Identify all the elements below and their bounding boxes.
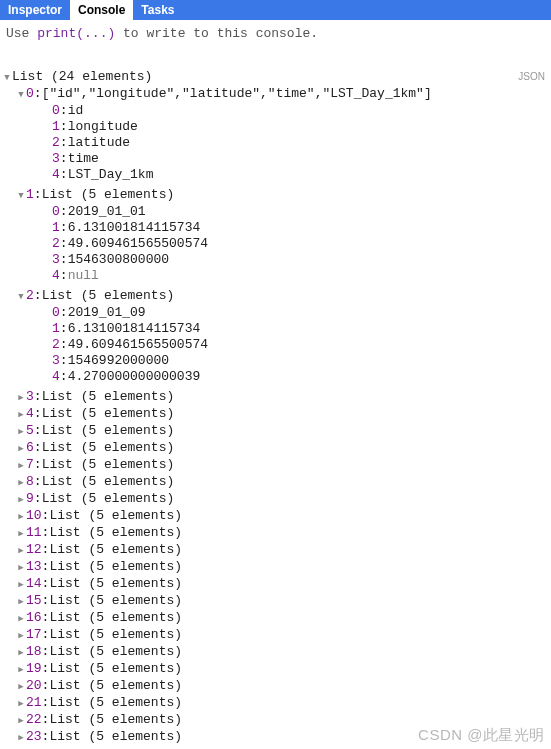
list-item[interactable]: ▶13: List (5 elements) bbox=[2, 559, 549, 576]
list-item[interactable]: ▶5: List (5 elements) bbox=[2, 423, 549, 440]
chevron-right-icon[interactable]: ▶ bbox=[16, 560, 26, 576]
list-item[interactable]: ▶10: List (5 elements) bbox=[2, 508, 549, 525]
list-item[interactable]: ▶19: List (5 elements) bbox=[2, 661, 549, 678]
chevron-right-icon[interactable]: ▶ bbox=[16, 611, 26, 627]
child-value: 49.609461565500574 bbox=[68, 337, 208, 353]
child-value: 1546300800000 bbox=[68, 252, 169, 268]
child-value: 4.270000000000039 bbox=[68, 369, 201, 385]
list-item: 4: null bbox=[2, 268, 549, 284]
item-key: 13 bbox=[26, 559, 42, 575]
child-key: 1 bbox=[52, 119, 60, 135]
child-value: longitude bbox=[68, 119, 138, 135]
item-key: 16 bbox=[26, 610, 42, 626]
list-item[interactable]: ▶4: List (5 elements) bbox=[2, 406, 549, 423]
item-header: List (5 elements) bbox=[49, 559, 182, 575]
item-header: List (5 elements) bbox=[49, 729, 182, 745]
chevron-right-icon[interactable]: ▶ bbox=[16, 577, 26, 593]
tab-console[interactable]: Console bbox=[70, 0, 133, 20]
chevron-right-icon[interactable]: ▶ bbox=[16, 526, 26, 542]
item-header: List (5 elements) bbox=[42, 491, 175, 507]
item-key: 20 bbox=[26, 678, 42, 694]
chevron-right-icon[interactable]: ▶ bbox=[16, 407, 26, 423]
child-key: 3 bbox=[52, 353, 60, 369]
child-key: 1 bbox=[52, 220, 60, 236]
item-header: List (5 elements) bbox=[42, 474, 175, 490]
json-badge[interactable]: JSON bbox=[518, 69, 545, 85]
child-key: 4 bbox=[52, 268, 60, 284]
list-item[interactable]: ▶20: List (5 elements) bbox=[2, 678, 549, 695]
list-item[interactable]: ▶17: List (5 elements) bbox=[2, 627, 549, 644]
tab-tasks[interactable]: Tasks bbox=[133, 0, 182, 20]
chevron-right-icon[interactable]: ▶ bbox=[16, 492, 26, 508]
item-header: List (5 elements) bbox=[49, 678, 182, 694]
list-item[interactable]: ▶8: List (5 elements) bbox=[2, 474, 549, 491]
chevron-down-icon[interactable]: ▼ bbox=[16, 289, 26, 305]
item-key: 8 bbox=[26, 474, 34, 490]
chevron-right-icon[interactable]: ▶ bbox=[16, 679, 26, 695]
item-header: List (5 elements) bbox=[42, 423, 175, 439]
item-header: List (5 elements) bbox=[42, 406, 175, 422]
list-item: 4: LST_Day_1km bbox=[2, 167, 549, 183]
list-item[interactable]: ▶21: List (5 elements) bbox=[2, 695, 549, 712]
chevron-right-icon[interactable]: ▶ bbox=[16, 475, 26, 491]
console-output: ▼ List (24 elements) JSON ▼ 0: ["id","lo… bbox=[0, 65, 551, 749]
chevron-right-icon[interactable]: ▶ bbox=[16, 543, 26, 559]
chevron-right-icon[interactable]: ▶ bbox=[16, 441, 26, 457]
chevron-right-icon[interactable]: ▶ bbox=[16, 424, 26, 440]
watermark: CSDN @此星光明 bbox=[418, 726, 545, 745]
child-key: 3 bbox=[52, 252, 60, 268]
list-item[interactable]: ▶9: List (5 elements) bbox=[2, 491, 549, 508]
chevron-right-icon[interactable]: ▶ bbox=[16, 509, 26, 525]
chevron-down-icon[interactable]: ▼ bbox=[16, 188, 26, 204]
list-item[interactable]: ▼ 0: ["id","longitude","latitude","time"… bbox=[2, 86, 549, 103]
chevron-down-icon[interactable]: ▼ bbox=[2, 70, 12, 86]
list-item: 0: id bbox=[2, 103, 549, 119]
child-key: 2 bbox=[52, 337, 60, 353]
chevron-right-icon[interactable]: ▶ bbox=[16, 713, 26, 729]
item-header: List (5 elements) bbox=[49, 576, 182, 592]
chevron-right-icon[interactable]: ▶ bbox=[16, 628, 26, 644]
chevron-right-icon[interactable]: ▶ bbox=[16, 645, 26, 661]
list-item[interactable]: ▶14: List (5 elements) bbox=[2, 576, 549, 593]
chevron-right-icon[interactable]: ▶ bbox=[16, 730, 26, 746]
list-item[interactable]: ▼ 1: List (5 elements) bbox=[2, 187, 549, 204]
list-item: 2: 49.609461565500574 bbox=[2, 236, 549, 252]
chevron-right-icon[interactable]: ▶ bbox=[16, 458, 26, 474]
item-key: 22 bbox=[26, 712, 42, 728]
chevron-right-icon[interactable]: ▶ bbox=[16, 594, 26, 610]
child-value: null bbox=[68, 268, 99, 284]
list-item[interactable]: ▶16: List (5 elements) bbox=[2, 610, 549, 627]
tab-inspector[interactable]: Inspector bbox=[0, 0, 70, 20]
item-key: 7 bbox=[26, 457, 34, 473]
root-row[interactable]: ▼ List (24 elements) JSON bbox=[2, 69, 549, 86]
item-key: 9 bbox=[26, 491, 34, 507]
child-key: 0 bbox=[52, 103, 60, 119]
item-header: List (5 elements) bbox=[49, 525, 182, 541]
list-item: 2: latitude bbox=[2, 135, 549, 151]
list-item[interactable]: ▶7: List (5 elements) bbox=[2, 457, 549, 474]
item-header: List (5 elements) bbox=[49, 661, 182, 677]
child-key: 4 bbox=[52, 167, 60, 183]
chevron-down-icon[interactable]: ▼ bbox=[16, 87, 26, 103]
hint-suffix: to write to this console. bbox=[115, 26, 318, 41]
chevron-right-icon[interactable]: ▶ bbox=[16, 662, 26, 678]
chevron-right-icon[interactable]: ▶ bbox=[16, 696, 26, 712]
child-value: 2019_01_09 bbox=[68, 305, 146, 321]
list-item[interactable]: ▶6: List (5 elements) bbox=[2, 440, 549, 457]
child-key: 0 bbox=[52, 305, 60, 321]
item-key: 18 bbox=[26, 644, 42, 660]
item-key: 12 bbox=[26, 542, 42, 558]
list-item[interactable]: ▶12: List (5 elements) bbox=[2, 542, 549, 559]
list-item[interactable]: ▼ 2: List (5 elements) bbox=[2, 288, 549, 305]
hint-fn: print(...) bbox=[37, 26, 115, 41]
item-key: 19 bbox=[26, 661, 42, 677]
chevron-right-icon[interactable]: ▶ bbox=[16, 390, 26, 406]
child-value: LST_Day_1km bbox=[68, 167, 154, 183]
list-item[interactable]: ▶18: List (5 elements) bbox=[2, 644, 549, 661]
list-item: 3: 1546992000000 bbox=[2, 353, 549, 369]
item-key: 23 bbox=[26, 729, 42, 745]
list-item[interactable]: ▶3: List (5 elements) bbox=[2, 389, 549, 406]
list-item[interactable]: ▶15: List (5 elements) bbox=[2, 593, 549, 610]
list-item[interactable]: ▶11: List (5 elements) bbox=[2, 525, 549, 542]
item-header: List (5 elements) bbox=[42, 457, 175, 473]
